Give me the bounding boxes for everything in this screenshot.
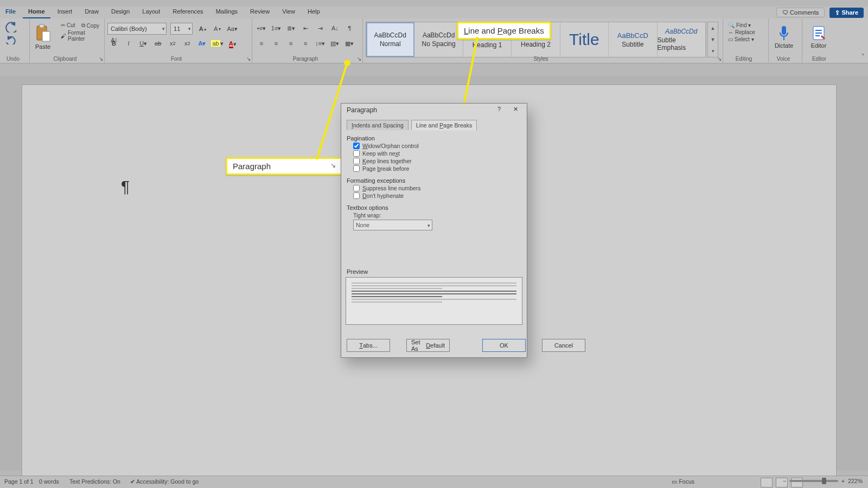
chk-widow-orphan-input[interactable] [353, 143, 360, 149]
borders-button[interactable]: ▦▾ [343, 38, 356, 49]
text-effects-button[interactable]: A▾ [195, 38, 208, 49]
increase-indent-button[interactable]: ⇥ [314, 23, 327, 34]
chk-page-break-before[interactable]: Page break before [353, 165, 522, 172]
bold-button[interactable]: B [107, 38, 120, 49]
cut-button[interactable]: ✂Cut [59, 22, 78, 29]
superscript-button[interactable]: x2 [181, 38, 194, 49]
chk-keep-lines-together-input[interactable] [353, 158, 360, 164]
change-case-button[interactable]: Aa▾ [226, 24, 239, 35]
chk-keep-with-next-input[interactable] [353, 150, 360, 157]
tab-indents-spacing[interactable]: Indents and Spacing [347, 120, 409, 130]
style-normal[interactable]: AaBbCcDdNormal [366, 22, 414, 57]
copy-icon: ⧉ [81, 22, 85, 29]
justify-button[interactable]: ≡ [299, 38, 312, 49]
zoom-in-button[interactable]: + [841, 478, 845, 484]
format-painter-label: Format Painter [68, 30, 102, 42]
tab-file[interactable]: File [0, 7, 21, 17]
undo-button[interactable] [4, 22, 20, 34]
view-read-mode[interactable] [761, 478, 773, 487]
editing-group-label: Editing [723, 56, 765, 62]
chk-keep-lines-together[interactable]: Keep lines together [353, 158, 522, 164]
shrink-font-button[interactable]: A▼ [211, 23, 224, 34]
sort-button[interactable]: A↓ [328, 23, 341, 34]
clipboard-launcher[interactable]: ↘ [99, 56, 103, 62]
style-no-spacing[interactable]: AaBbCcDdNo Spacing [414, 22, 463, 57]
chk-dont-hyphenate-input[interactable] [353, 192, 360, 199]
editor-button[interactable]: Editor [806, 21, 831, 53]
zoom-value[interactable]: 222% [848, 478, 863, 484]
comments-button[interactable]: 🗨 Comments [776, 8, 825, 17]
format-painter-button[interactable]: 🖌Format Painter [59, 29, 104, 42]
replace-button[interactable]: ↔Replace [726, 29, 757, 36]
tab-insert[interactable]: Insert [52, 7, 78, 17]
decrease-indent-button[interactable]: ⇤ [299, 23, 312, 34]
tab-home[interactable]: Home [23, 7, 50, 18]
style-title-label: Title [569, 30, 599, 49]
bullets-button[interactable]: •≡▾ [255, 23, 268, 34]
dialog-help-button[interactable]: ? [493, 106, 505, 117]
line-spacing-button[interactable]: ↕≡▾ [314, 38, 327, 49]
tab-mailings[interactable]: Mailings [210, 7, 243, 17]
paragraph-launcher[interactable]: ↘ [357, 56, 361, 62]
italic-button[interactable]: I [122, 38, 135, 49]
styles-launcher[interactable]: ↘ [717, 56, 722, 62]
redo-button[interactable] [5, 36, 17, 46]
style-subtitle[interactable]: AaBbCcDSubtitle [609, 22, 657, 57]
chk-dont-hyphenate[interactable]: Don't hyphenate [353, 192, 522, 199]
style-subtle-emphasis[interactable]: AaBbCcDdSubtle Emphasis [658, 22, 706, 57]
chk-suppress-line-numbers[interactable]: Suppress line numbers [353, 185, 522, 191]
tab-references[interactable]: References [167, 7, 208, 17]
chk-page-break-before-input[interactable] [353, 165, 360, 172]
underline-button[interactable]: U▾ [137, 38, 150, 49]
styles-gallery-more[interactable]: ▲▼▾ [707, 22, 718, 57]
tab-review[interactable]: Review [245, 7, 275, 17]
chk-widow-orphan[interactable]: Widow/Orphan control [353, 143, 522, 149]
set-default-button[interactable]: Set As Default [406, 339, 450, 352]
align-center-button[interactable]: ≡ [270, 38, 283, 49]
status-focus[interactable]: ▭ Focus [672, 478, 694, 485]
dialog-close-button[interactable]: ✕ [508, 106, 522, 117]
grow-font-button[interactable]: A▲ [196, 23, 209, 34]
show-marks-button[interactable]: ¶ [343, 23, 356, 34]
font-color-button[interactable]: A▾ [226, 39, 239, 50]
status-predictions[interactable]: Text Predictions: On [69, 478, 120, 485]
status-accessibility[interactable]: ✔ Accessibility: Good to go [130, 478, 199, 485]
tab-view[interactable]: View [277, 7, 301, 17]
tab-layout[interactable]: Layout [137, 7, 165, 17]
paste-button[interactable]: Paste [30, 21, 55, 53]
zoom-slider[interactable] [789, 480, 838, 482]
numbering-button[interactable]: 1≡▾ [270, 23, 283, 34]
ribbon: Undo Paste ✂Cut ⧉Copy 🖌Format Painter Cl… [0, 18, 868, 63]
status-page[interactable]: Page 1 of 1 [4, 478, 34, 485]
shading-button[interactable]: ▧▾ [328, 38, 341, 49]
font-size-combo[interactable]: 11 [170, 23, 193, 35]
highlight-button[interactable]: ab▾ [210, 38, 224, 49]
share-button[interactable]: ⇪ Share [829, 8, 864, 18]
cancel-button[interactable]: Cancel [542, 339, 585, 352]
align-left-button[interactable]: ≡ [255, 38, 268, 49]
find-button[interactable]: 🔍Find ▾ [726, 22, 753, 29]
ok-button[interactable]: OK [482, 339, 526, 352]
align-right-button[interactable]: ≡ [284, 38, 297, 49]
dictate-button[interactable]: Dictate [771, 21, 796, 53]
strikethrough-button[interactable]: ab [151, 38, 164, 49]
tight-wrap-combo[interactable]: None [353, 220, 432, 230]
copy-button[interactable]: ⧉Copy [79, 22, 101, 29]
tab-draw[interactable]: Draw [79, 7, 104, 17]
zoom-out-button[interactable]: − [783, 478, 786, 484]
tab-help[interactable]: Help [302, 7, 326, 17]
replace-icon: ↔ [728, 29, 733, 35]
select-button[interactable]: ▭Select ▾ [726, 36, 756, 43]
tab-design[interactable]: Design [106, 7, 135, 17]
ribbon-collapse-button[interactable]: ˅ [861, 53, 865, 61]
font-launcher[interactable]: ↘ [246, 56, 251, 62]
subscript-button[interactable]: x2 [166, 38, 179, 49]
chk-suppress-line-numbers-input[interactable] [353, 185, 360, 191]
status-words[interactable]: 0 words [39, 478, 59, 485]
chk-keep-with-next[interactable]: Keep with next [353, 150, 522, 157]
font-name-combo[interactable]: Calibri (Body) [107, 23, 167, 35]
tab-line-page-breaks[interactable]: Line and Page Breaks [411, 120, 477, 130]
tabs-button[interactable]: Tabs... [347, 339, 390, 352]
style-title[interactable]: Title [560, 22, 609, 57]
multilevel-button[interactable]: ≣▾ [284, 23, 297, 34]
